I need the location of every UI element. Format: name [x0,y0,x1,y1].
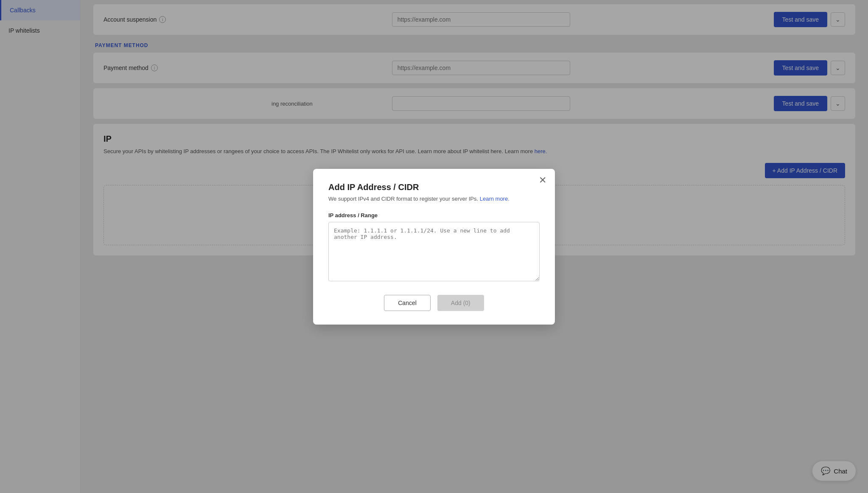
modal-subtitle-text: We support IPv4 and CIDR format to regis… [328,196,478,202]
modal-learn-more-link[interactable]: Learn more. [480,196,510,202]
modal-ip-textarea[interactable] [328,222,540,281]
modal-overlay[interactable]: ✕ Add IP Address / CIDR We support IPv4 … [0,0,868,493]
modal-actions: Cancel Add (0) [328,295,540,311]
modal-subtitle: We support IPv4 and CIDR format to regis… [328,196,540,202]
modal-title: Add IP Address / CIDR [328,182,540,192]
modal-cancel-button[interactable]: Cancel [384,295,431,311]
modal-field-label: IP address / Range [328,212,540,218]
modal-add-button[interactable]: Add (0) [437,295,484,311]
modal-close-button[interactable]: ✕ [539,176,546,185]
modal: ✕ Add IP Address / CIDR We support IPv4 … [313,169,555,325]
